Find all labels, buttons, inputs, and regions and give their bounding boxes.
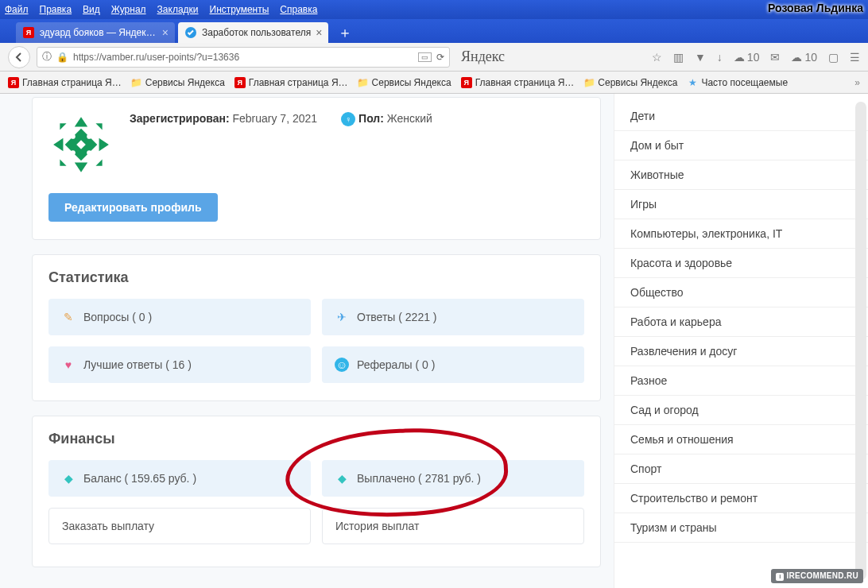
main-column: Зарегистрирован: February 7, 2021 ♀Пол: … xyxy=(0,94,614,588)
bookmark-item[interactable]: ЯГлавная страница Я… xyxy=(8,77,122,88)
sidebar-item[interactable]: Сад и огород xyxy=(614,396,868,425)
bookmark-item[interactable]: ЯГлавная страница Я… xyxy=(234,77,348,88)
close-icon[interactable]: × xyxy=(316,26,322,39)
sidebar-item[interactable]: Общество xyxy=(614,278,868,308)
bookmark-item[interactable]: 📁Сервисы Яндекса xyxy=(131,77,225,88)
stat-best-answers[interactable]: ♥Лучшие ответы ( 16 ) xyxy=(48,346,311,383)
finance-heading: Финансы xyxy=(48,431,584,447)
check-icon xyxy=(184,26,197,39)
bookmark-item[interactable]: 📁Сервисы Яндекса xyxy=(358,77,451,88)
url-text: https://vamber.ru/user-points/?u=13636 xyxy=(73,52,413,63)
sidebar-item[interactable]: Развлечения и досуг xyxy=(614,337,868,366)
menu-file[interactable]: Файл xyxy=(5,4,29,15)
tab-title: Заработок пользователя xyxy=(202,27,311,38)
yandex-icon: Я xyxy=(461,77,472,88)
folder-icon: 📁 xyxy=(583,77,595,88)
library-icon[interactable]: ▥ xyxy=(673,51,684,64)
statistics-heading: Статистика xyxy=(48,269,584,286)
folder-icon: 📁 xyxy=(131,77,142,88)
gender-value: Женский xyxy=(387,112,432,125)
menu-bookmarks[interactable]: Закладки xyxy=(157,4,199,15)
menu-edit[interactable]: Правка xyxy=(40,4,72,15)
address-bar[interactable]: ⓘ 🔒 https://vamber.ru/user-points/?u=136… xyxy=(37,47,450,68)
sidebar-item[interactable]: Дом и быт xyxy=(614,131,868,161)
gender-label: Пол: xyxy=(358,112,384,125)
bookmarks-bar: ЯГлавная страница Я… 📁Сервисы Яндекса ЯГ… xyxy=(0,72,868,94)
finance-balance[interactable]: ◆Баланс ( 159.65 руб. ) xyxy=(48,460,311,497)
new-tab-button[interactable]: ＋ xyxy=(331,22,358,43)
gender-icon: ♀ xyxy=(341,112,355,126)
reader-icon[interactable]: ▭ xyxy=(418,52,432,62)
profile-card: Зарегистрирован: February 7, 2021 ♀Пол: … xyxy=(32,97,601,240)
menu-tools[interactable]: Инструменты xyxy=(210,4,269,15)
sidebar-item[interactable]: Животные xyxy=(614,161,868,190)
menu-history[interactable]: Журнал xyxy=(111,4,146,15)
stat-referrals[interactable]: ☺Рефералы ( 0 ) xyxy=(322,346,584,383)
sidebar-item[interactable]: Спорт xyxy=(614,455,868,484)
registered-label: Зарегистрирован: xyxy=(130,112,230,125)
extension-icon[interactable]: ▢ xyxy=(828,51,839,64)
tab-title: эдуард бояков — Яндекс: н… xyxy=(40,27,157,38)
referrals-icon: ☺ xyxy=(335,358,349,372)
downloads-icon[interactable]: ↓ xyxy=(717,51,723,64)
svg-point-10 xyxy=(71,150,76,155)
search-engine-label[interactable]: Яндекс xyxy=(461,48,505,65)
back-button[interactable] xyxy=(8,46,30,68)
yandex-icon: Я xyxy=(8,77,19,88)
cloud-counter-1[interactable]: ☁10 xyxy=(734,51,760,64)
sidebar-item[interactable]: Компьютеры, электроника, IT xyxy=(614,219,868,249)
diamond-icon: ◆ xyxy=(61,471,76,485)
statistics-card: Статистика ✎Вопросы ( 0 ) ✈Ответы ( 2221… xyxy=(32,254,601,401)
svg-point-8 xyxy=(71,134,76,139)
yandex-icon: Я xyxy=(234,77,246,88)
sidebar-item[interactable]: Игры xyxy=(614,190,868,219)
finance-card: Финансы ◆Баланс ( 159.65 руб. ) ◆Выплаче… xyxy=(32,416,601,567)
finance-order-payout[interactable]: Заказать выплату xyxy=(48,508,311,544)
bookmark-star-icon[interactable]: ☆ xyxy=(652,51,662,64)
sidebar-item[interactable]: Строительство и ремонт xyxy=(614,484,868,513)
sidebar-item[interactable]: Дети xyxy=(614,102,868,131)
finance-paid[interactable]: ◆Выплачено ( 2781 руб. ) xyxy=(322,460,584,497)
sidebar-item[interactable]: Туризм и страны xyxy=(614,513,868,543)
finance-history[interactable]: История выплат xyxy=(322,508,584,544)
diamond-icon: ◆ xyxy=(335,471,349,485)
bookmark-item[interactable]: ★Часто посещаемые xyxy=(687,77,788,88)
sidebar-item[interactable]: Разное xyxy=(614,366,868,396)
sidebar: Дети Дом и быт Животные Игры Компьютеры,… xyxy=(614,94,868,588)
browser-menubar: Файл Правка Вид Журнал Закладки Инструме… xyxy=(0,0,868,19)
close-icon[interactable]: × xyxy=(162,26,169,39)
folder-icon: 📁 xyxy=(358,77,369,88)
yandex-icon: Я xyxy=(22,26,35,39)
pocket-icon[interactable]: ▼ xyxy=(695,51,706,64)
answer-icon: ✈ xyxy=(335,310,349,324)
svg-point-11 xyxy=(87,150,91,155)
page-content: Зарегистрирован: February 7, 2021 ♀Пол: … xyxy=(0,94,868,588)
tab-yandex-search[interactable]: Я эдуард бояков — Яндекс: н… × xyxy=(16,22,175,43)
sidebar-item[interactable]: Семья и отношения xyxy=(614,425,868,455)
tab-vamber-earnings[interactable]: Заработок пользователя × xyxy=(178,22,328,43)
info-icon: ⓘ xyxy=(42,50,52,64)
os-username-badge: Розовая Льдинка xyxy=(768,2,863,14)
bookmarks-overflow-icon[interactable]: » xyxy=(854,77,860,88)
bookmark-item[interactable]: 📁Сервисы Яндекса xyxy=(583,77,677,88)
profile-meta: Зарегистрирован: February 7, 2021 ♀Пол: … xyxy=(130,112,432,177)
sidebar-item[interactable]: Красота и здоровье xyxy=(614,249,868,278)
edit-profile-button[interactable]: Редактировать профиль xyxy=(48,193,218,222)
sidebar-item[interactable]: Работа и карьера xyxy=(614,308,868,337)
cloud-counter-2[interactable]: ☁10 xyxy=(791,51,817,64)
star-icon: ★ xyxy=(687,77,698,88)
avatar xyxy=(48,112,114,177)
registered-value: February 7, 2021 xyxy=(232,112,317,125)
stat-questions[interactable]: ✎Вопросы ( 0 ) xyxy=(48,299,311,335)
stat-answers[interactable]: ✈Ответы ( 2221 ) xyxy=(322,299,584,335)
menu-view[interactable]: Вид xyxy=(83,4,100,15)
lock-icon: 🔒 xyxy=(56,52,68,63)
menu-help[interactable]: Справка xyxy=(280,4,317,15)
tab-strip: Я эдуард бояков — Яндекс: н… × Заработок… xyxy=(0,19,868,43)
reload-icon[interactable]: ⟳ xyxy=(436,52,444,63)
svg-point-9 xyxy=(87,134,91,139)
bookmark-item[interactable]: ЯГлавная страница Я… xyxy=(461,77,575,88)
hamburger-menu-icon[interactable]: ☰ xyxy=(850,51,860,64)
mail-icon[interactable]: ✉ xyxy=(770,51,780,64)
question-icon: ✎ xyxy=(61,310,76,324)
